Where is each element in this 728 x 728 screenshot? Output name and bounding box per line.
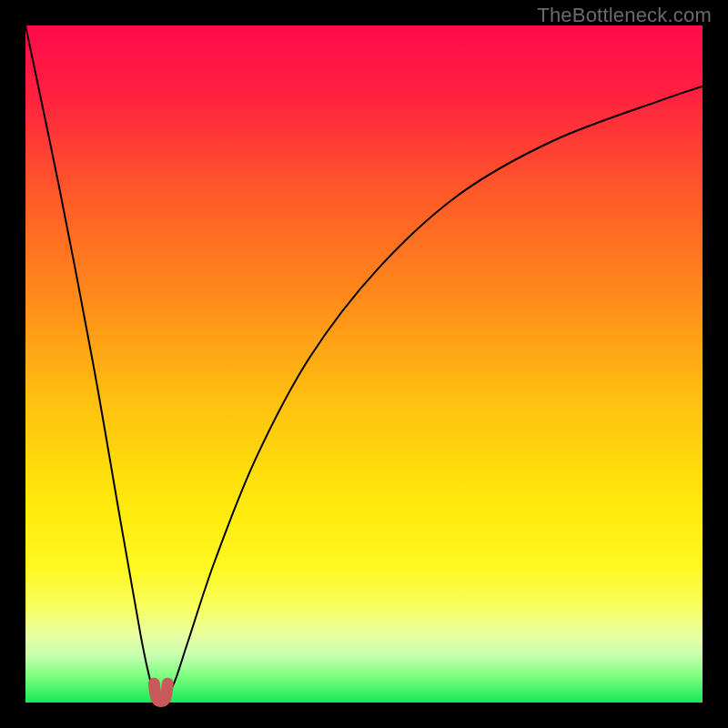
bottleneck-chart [0, 0, 728, 728]
plot-background [25, 25, 703, 703]
chart-frame: TheBottleneck.com [0, 0, 728, 728]
watermark-text: TheBottleneck.com [537, 4, 712, 27]
